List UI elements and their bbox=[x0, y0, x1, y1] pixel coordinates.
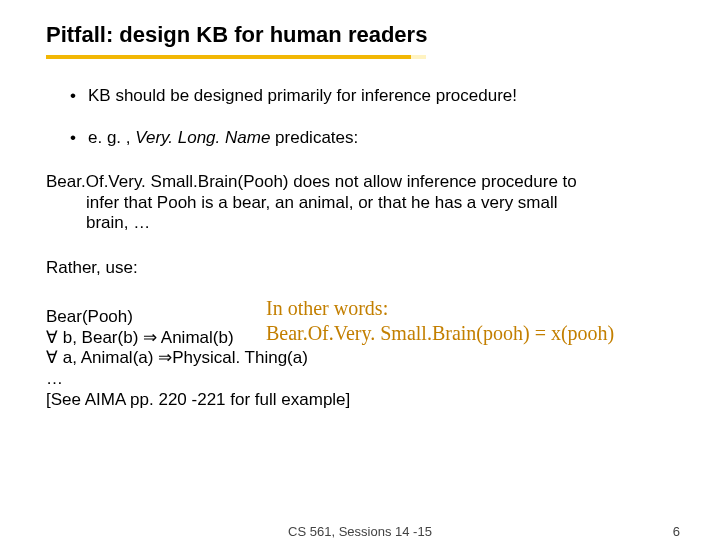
callout-line: Bear.Of.Very. Small.Brain(pooh) = x(pooh… bbox=[266, 321, 706, 346]
bullet-item: KB should be designed primarily for infe… bbox=[70, 86, 682, 106]
logic-line: ∀ a, Animal(a) ⇒Physical. Thing(a) bbox=[46, 348, 682, 369]
body-paragraph: Bear.Of.Very. Small.Brain(Pooh) does not… bbox=[46, 172, 682, 234]
page-number: 6 bbox=[673, 524, 680, 539]
logic-line: [See AIMA pp. 220 -221 for full example] bbox=[46, 390, 682, 411]
bullet-list: KB should be designed primarily for infe… bbox=[46, 86, 682, 148]
bullet-item: e. g. , Very. Long. Name predicates: bbox=[70, 128, 682, 148]
para-line: Bear.Of.Very. Small.Brain(Pooh) does not… bbox=[46, 172, 682, 193]
callout-line: In other words: bbox=[266, 296, 706, 321]
slide: Pitfall: design KB for human readers KB … bbox=[0, 0, 720, 540]
rather-use-label: Rather, use: bbox=[46, 258, 682, 279]
callout-box: In other words: Bear.Of.Very. Small.Brai… bbox=[266, 296, 706, 346]
footer-center-text: CS 561, Sessions 14 -15 bbox=[0, 524, 720, 539]
slide-title: Pitfall: design KB for human readers bbox=[46, 22, 682, 48]
bullet-text-italic: Very. Long. Name bbox=[135, 128, 270, 147]
bullet-text: KB should be designed primarily for infe… bbox=[88, 86, 517, 105]
logic-line: … bbox=[46, 369, 682, 390]
bullet-text: e. g. , bbox=[88, 128, 135, 147]
para-line: brain, … bbox=[46, 213, 682, 234]
para-line: infer that Pooh is a bear, an animal, or… bbox=[46, 193, 682, 214]
bullet-text: predicates: bbox=[270, 128, 358, 147]
title-underline bbox=[46, 52, 682, 62]
